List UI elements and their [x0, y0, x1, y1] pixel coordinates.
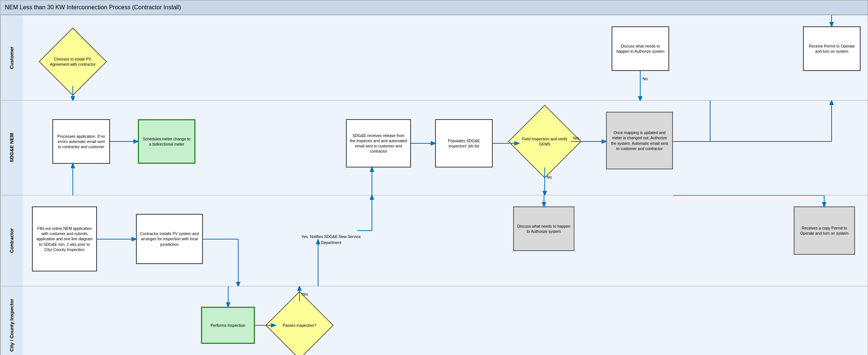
sdge-processes-box: Processes application. If no errors auto… — [52, 119, 110, 164]
city-performs-box: Performs Inspection — [201, 307, 255, 344]
sdge-field-diamond-wrapper: Field Inspection and verify GFMS — [519, 115, 571, 167]
lane-label-sdge: SDG&E NEM — [0, 101, 23, 195]
contractor-discuss-box: Discuss what needs to happen to Authoriz… — [513, 206, 574, 251]
diagram-area: Customer Chooses to install PV. Agreemen… — [0, 15, 868, 355]
customer-discuss-box: Discuss what needs to happen to Authoriz… — [612, 26, 669, 71]
contractor-fills-box: Fills out online NEM application with cu… — [32, 206, 97, 271]
sdge-oncemapping-box: Once mapping is updated and meter is cha… — [606, 112, 673, 169]
contractor-installs-box: Contractor installs PV system and arrang… — [136, 214, 203, 264]
lane-label-city: City / County Inspector — [0, 286, 23, 355]
customer-pv-diamond-label: Chooses to install PV. Agreement with co… — [49, 38, 97, 86]
sdge-populates-box: Populates SDG&E inspectors' job list — [435, 119, 493, 167]
sdge-field-diamond-label: Field Inspection and verify GFMS — [519, 115, 571, 167]
page-title: NEM Less than 30 KW Interconnection Proc… — [5, 4, 181, 11]
lane-contractor: Contractor Fills out online NEM applicat… — [0, 195, 868, 286]
customer-permit-box: Receive Permit to Operate and turn on sy… — [803, 26, 861, 71]
contractor-yes-notifies: Yes. Notifies SDG&E New Service Departme… — [294, 231, 368, 249]
lane-customer: Customer Chooses to install PV. Agreemen… — [0, 15, 868, 101]
contractor-receives-box: Receives a copy Permit to Operate and tu… — [794, 206, 855, 255]
customer-diamond-wrapper: Chooses to install PV. Agreement with co… — [49, 38, 97, 86]
lane-sdge: SDG&E NEM Processes application. If no e… — [0, 101, 868, 195]
sdge-receives-box: SDG&E receives release from the inspecto… — [346, 119, 411, 167]
city-passes-diamond-wrapper: Passes inspection? — [275, 301, 324, 349]
svg-text:No: No — [642, 76, 648, 81]
lane-label-contractor: Contractor — [0, 195, 23, 286]
lane-label-customer: Customer — [0, 15, 23, 100]
city-svg: Yes — [23, 286, 868, 355]
title-bar: NEM Less than 30 KW Interconnection Proc… — [0, 0, 868, 15]
page-container: NEM Less than 30 KW Interconnection Proc… — [0, 0, 868, 355]
customer-svg: No — [23, 15, 868, 101]
lane-city: City / County Inspector Performs Inspect… — [0, 286, 868, 355]
sdge-schedules-box: Schedules meter change to a bidirectiona… — [138, 119, 195, 164]
city-passes-diamond-label: Passes inspection? — [275, 301, 324, 349]
